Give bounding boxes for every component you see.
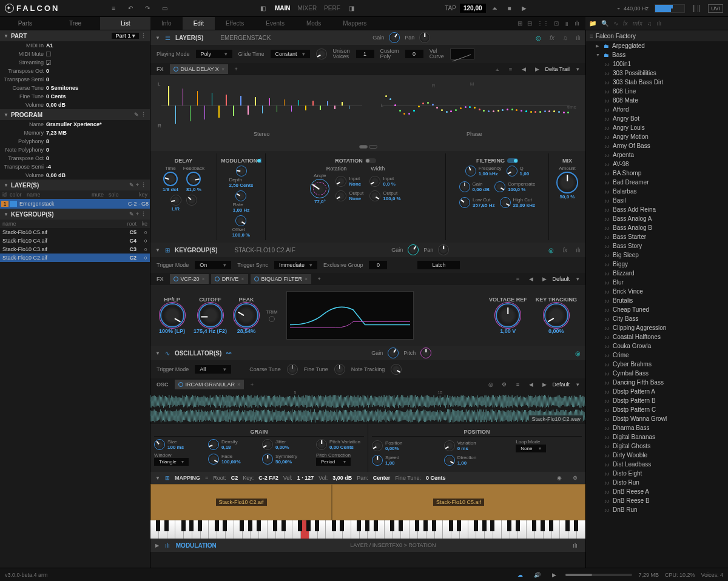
filt-q-knob[interactable] <box>507 166 517 176</box>
program-header[interactable]: ▼PROGRAM ✎ ⋮ <box>0 109 150 120</box>
trim-toggle[interactable] <box>269 316 275 322</box>
param-row[interactable]: Transpose Oct0 <box>0 67 150 75</box>
gran-loop-select[interactable]: None <box>516 445 546 452</box>
piano-key-black[interactable] <box>215 520 219 531</box>
vel-curve-editor[interactable] <box>450 49 474 59</box>
filt-freq-knob[interactable] <box>465 166 476 176</box>
excl-group-input[interactable]: 0 <box>369 261 387 269</box>
mod-meter-icon[interactable]: ılı <box>570 540 581 551</box>
piano-key[interactable] <box>326 520 334 539</box>
param-row[interactable]: Streaming <box>0 58 150 67</box>
tab-mixer[interactable]: MIXER <box>297 5 317 12</box>
gran-size-knob[interactable] <box>154 439 165 450</box>
metronome-icon[interactable]: ⏶ <box>490 3 500 14</box>
program-edit-icon[interactable]: ✎ <box>134 112 139 118</box>
kg-fx-icon[interactable]: fx <box>562 247 567 254</box>
zone-1[interactable]: Stack-Flo10 C2.aif <box>150 484 332 520</box>
param-row[interactable]: Volume0,00 dB <box>0 101 150 109</box>
custom-poly-input[interactable]: 0 <box>405 50 423 58</box>
browser-preset[interactable]: ♪♪BA Shomp <box>586 169 728 178</box>
browser-preset[interactable]: ♪♪Dist Leadbass <box>586 460 728 469</box>
gran-var-knob[interactable] <box>444 440 455 451</box>
browser-preset[interactable]: ♪♪Arpenta <box>586 150 728 160</box>
piano-key[interactable] <box>292 520 301 539</box>
piano-key[interactable] <box>560 520 568 539</box>
delay-time-knob[interactable] <box>163 172 178 186</box>
browser-preset[interactable]: ♪♪808 Line <box>586 87 728 96</box>
browser-preset[interactable]: ♪♪Clipping Aggression <box>586 323 728 332</box>
browser-preset[interactable]: ♪♪Bad Dreamer <box>586 178 728 187</box>
osc-trig-select[interactable]: All <box>195 365 231 374</box>
tab-parts[interactable]: Parts <box>0 17 50 30</box>
param-row[interactable]: Coarse Tune0 Semitones <box>0 84 150 92</box>
play-small-icon[interactable]: ▶ <box>548 569 559 580</box>
vcf-hplp-knob[interactable] <box>161 304 183 326</box>
piano-key-black[interactable] <box>532 520 536 531</box>
vcf-keytrack-knob[interactable] <box>545 304 567 326</box>
cloud-icon[interactable]: ☁ <box>514 569 525 580</box>
speaker-icon[interactable]: 🔊 <box>531 569 542 580</box>
rot-in-knob[interactable] <box>335 176 346 187</box>
piano-key-black[interactable] <box>181 520 186 531</box>
piano-key[interactable] <box>351 520 360 539</box>
browser-preset[interactable]: ♪♪100in1 <box>586 59 728 69</box>
piano-key-black[interactable] <box>423 520 428 531</box>
piano-key-black[interactable] <box>306 520 311 531</box>
output-icon[interactable]: ║║ <box>691 3 702 14</box>
fx-opt-icon[interactable]: ⟁ <box>491 64 502 75</box>
browser-preset[interactable]: ♪♪Angry Bot <box>586 114 728 123</box>
param-row[interactable]: Fine Tune0 Cents <box>0 92 150 101</box>
view-icon-1[interactable]: ⊞ <box>517 20 522 27</box>
view-icon-3[interactable]: ⋮⋮ <box>537 20 549 27</box>
filt-comp-knob[interactable] <box>494 181 505 192</box>
piano-key[interactable] <box>502 520 510 539</box>
piano-key[interactable] <box>268 520 276 539</box>
browser-search-icon[interactable]: 🔍 <box>601 20 608 27</box>
browser-preset[interactable]: ♪♪808 Mate <box>586 96 728 105</box>
piano-key-black[interactable] <box>482 520 487 531</box>
mix-amount-knob[interactable] <box>556 172 578 193</box>
piano-key[interactable] <box>150 520 159 539</box>
browser-preset[interactable]: ♪♪Cyber Brahms <box>586 360 728 369</box>
filt-hc-knob[interactable] <box>500 197 511 208</box>
add-kgfx-icon[interactable]: + <box>314 274 325 284</box>
tab-tree[interactable]: Tree <box>50 17 101 30</box>
param-row[interactable]: Transpose Semi-4 <box>0 163 150 171</box>
link-icon[interactable]: ⚯ <box>226 350 231 357</box>
param-row[interactable]: MIDI Mute <box>0 50 150 58</box>
mod-depth-knob[interactable] <box>236 166 247 176</box>
keygroup-row[interactable]: Stack-Flo10 C3.aifC3○ <box>0 245 150 254</box>
rot-out2-knob[interactable] <box>369 190 380 201</box>
gran-fade-knob[interactable] <box>208 454 219 465</box>
browser-preset[interactable]: ♪♪Blur <box>586 278 728 287</box>
browser-preset[interactable]: ♪♪Digital Bananas <box>586 432 728 442</box>
tab-edit[interactable]: Edit <box>183 17 215 30</box>
layer-pan-knob[interactable] <box>419 32 430 43</box>
folder-open-icon[interactable]: ▭ <box>159 3 170 14</box>
browser-folder[interactable]: ▶🖿 Arpeggiated <box>586 41 728 50</box>
fx-tab-dual-delay[interactable]: DUAL DELAY X × <box>170 64 229 74</box>
layers-add-icon[interactable]: ✎ <box>129 182 134 188</box>
mod-toggle[interactable] <box>260 158 261 163</box>
browser-wave-icon[interactable]: ∿ <box>613 20 618 27</box>
browser-preset[interactable]: ♪♪Couka Growla <box>586 341 728 351</box>
browser-preset[interactable]: ♪♪Dancing Fifth Bass <box>586 378 728 387</box>
piano-key-black[interactable] <box>449 520 453 531</box>
browser-preset[interactable]: ♪♪Balarbas <box>586 187 728 196</box>
keygroup-row[interactable]: Stack-Flo10 C2.aifC2○ <box>0 254 150 262</box>
mod-rate-knob[interactable] <box>235 190 246 201</box>
browser-mfx-icon[interactable]: mfx <box>633 20 642 27</box>
gran-pitchvar-knob[interactable] <box>316 439 327 450</box>
param-row[interactable]: Volume0,00 dB <box>0 171 150 180</box>
layer-row[interactable]: 1 Emergenstack C-2 · G8 <box>0 199 150 209</box>
osc-gain-knob[interactable] <box>388 348 399 358</box>
tab-events[interactable]: Events <box>255 17 295 30</box>
playing-mode-select[interactable]: Poly <box>196 50 232 58</box>
piano-key-black[interactable] <box>432 520 436 531</box>
piano-key-black[interactable] <box>273 520 277 531</box>
browser-preset[interactable]: ♪♪Afford <box>586 105 728 114</box>
tab-perf[interactable]: PERF <box>324 5 340 12</box>
prev-icon[interactable]: ◀ <box>518 64 529 75</box>
view-icon-2[interactable]: ⊟ <box>527 20 532 27</box>
browser-preset[interactable]: ♪♪303 Possibilities <box>586 69 728 78</box>
